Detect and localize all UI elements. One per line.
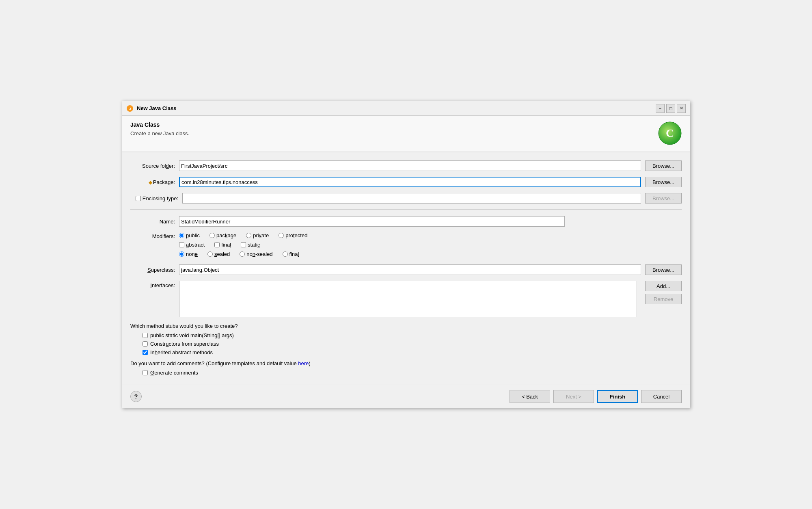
name-row: Name: xyxy=(130,216,682,227)
modifier-final-label: final xyxy=(221,242,231,248)
modifier-none-radio[interactable] xyxy=(179,251,184,257)
name-label: Name: xyxy=(130,219,179,225)
stub-main-checkbox[interactable] xyxy=(143,333,148,338)
generate-comments-label: Generate comments xyxy=(150,370,198,376)
modifier-public-radio[interactable] xyxy=(179,233,184,238)
name-input[interactable] xyxy=(179,216,565,227)
stubs-section: Which method stubs would you like to cre… xyxy=(130,323,682,355)
header-text: Java Class Create a new Java class. xyxy=(130,121,189,136)
package-label-text: ◆Package: xyxy=(149,179,175,185)
finish-button[interactable]: Finish xyxy=(597,390,638,403)
package-label: ◆Package: xyxy=(130,179,179,185)
superclass-label-text: Superclass: xyxy=(147,267,175,273)
stubs-checkboxes: public static void main(String[] args) C… xyxy=(130,332,682,355)
modifier-package[interactable]: package xyxy=(209,232,236,238)
modifier-public-label: public xyxy=(186,232,200,238)
header-area: Java Class Create a new Java class. C xyxy=(122,116,690,152)
comments-here-link[interactable]: here xyxy=(298,360,309,366)
cancel-button[interactable]: Cancel xyxy=(641,390,682,403)
enclosing-type-input[interactable] xyxy=(182,193,641,204)
maximize-button[interactable]: □ xyxy=(666,104,675,113)
stub-inherited-checkbox[interactable] xyxy=(143,350,148,355)
modifier-none[interactable]: none xyxy=(179,251,198,257)
minimize-button[interactable]: − xyxy=(656,104,665,113)
modifiers-label: Modifiers: xyxy=(130,232,179,239)
enclosing-type-checkbox[interactable] xyxy=(136,196,141,201)
modifier-final-checkbox[interactable] xyxy=(214,242,220,247)
access-modifiers-line: public package private protected xyxy=(179,232,682,238)
modifier-nonsealed-radio[interactable] xyxy=(240,251,245,257)
stub-inherited-label: Inherited abstract methods xyxy=(150,349,213,355)
header-heading: Java Class xyxy=(130,121,189,128)
svg-text:C: C xyxy=(666,127,674,139)
modifier-static-checkbox[interactable] xyxy=(241,242,246,247)
modifiers-row: Modifiers: public package private xyxy=(130,232,682,260)
sealed-modifiers-line: none sealed non-sealed final xyxy=(179,251,682,257)
modifier-sealed-label: sealed xyxy=(214,251,230,257)
source-folder-label-text: Source folder: xyxy=(142,163,175,169)
modifier-private-radio[interactable] xyxy=(246,233,251,238)
modifier-private[interactable]: private xyxy=(246,232,269,238)
comments-heading: Do you want to add comments? (Configure … xyxy=(130,360,682,366)
stub-main-method[interactable]: public static void main(String[] args) xyxy=(143,332,682,338)
interfaces-add-button[interactable]: Add... xyxy=(645,281,682,291)
modifier-public[interactable]: public xyxy=(179,232,200,238)
package-row: ◆Package: Browse... xyxy=(130,177,682,187)
modifier-protected-label: protected xyxy=(285,232,307,238)
interfaces-remove-button: Remove xyxy=(645,294,682,304)
modifier-private-label: private xyxy=(253,232,269,238)
close-button[interactable]: ✕ xyxy=(677,104,686,113)
footer-buttons: < Back Next > Finish Cancel xyxy=(510,390,682,403)
modifier-abstract-checkbox[interactable] xyxy=(179,242,184,247)
enclosing-type-row: Enclosing type: Browse... xyxy=(130,193,682,204)
package-browse-button[interactable]: Browse... xyxy=(645,177,682,187)
name-label-text: Name: xyxy=(160,219,175,225)
header-description: Create a new Java class. xyxy=(130,130,189,136)
modifier-sealed[interactable]: sealed xyxy=(207,251,230,257)
help-button[interactable]: ? xyxy=(130,391,142,402)
enclosing-type-browse-button: Browse... xyxy=(645,193,682,204)
back-button[interactable]: < Back xyxy=(510,390,550,403)
interfaces-label-text: Interfaces: xyxy=(150,282,175,288)
dialog-title: New Java Class xyxy=(137,105,177,111)
modifier-final2[interactable]: final xyxy=(283,251,299,257)
java-icon: J xyxy=(126,105,134,112)
other-modifiers-line: abstract final static xyxy=(179,242,682,248)
generate-comments-checkbox[interactable] xyxy=(143,370,148,375)
modifier-protected[interactable]: protected xyxy=(279,232,307,238)
modifier-final2-radio[interactable] xyxy=(283,251,288,257)
enclosing-type-label[interactable]: Enclosing type: xyxy=(143,195,178,201)
stub-inherited[interactable]: Inherited abstract methods xyxy=(143,349,682,355)
interfaces-buttons: Add... Remove xyxy=(641,281,682,304)
interfaces-label: Interfaces: xyxy=(130,281,179,288)
superclass-browse-button[interactable]: Browse... xyxy=(645,264,682,275)
stubs-heading: Which method stubs would you like to cre… xyxy=(130,323,682,329)
source-folder-row: Source folder: Browse... xyxy=(130,160,682,171)
title-bar-controls: − □ ✕ xyxy=(656,104,686,113)
modifier-protected-radio[interactable] xyxy=(279,233,284,238)
comments-checkboxes: Generate comments xyxy=(130,370,682,376)
footer-left: ? xyxy=(130,391,142,402)
new-java-class-dialog: J New Java Class − □ ✕ Java Class Create… xyxy=(122,101,690,408)
modifier-final2-label: final xyxy=(289,251,299,257)
source-folder-input[interactable] xyxy=(179,160,641,171)
package-input[interactable] xyxy=(179,177,641,187)
modifier-nonsealed[interactable]: non-sealed xyxy=(240,251,272,257)
modifier-final-check[interactable]: final xyxy=(214,242,231,248)
title-bar: J New Java Class − □ ✕ xyxy=(122,101,690,116)
modifier-abstract[interactable]: abstract xyxy=(179,242,205,248)
modifier-package-radio[interactable] xyxy=(209,233,215,238)
interfaces-row: Interfaces: Add... Remove xyxy=(130,281,682,317)
generate-comments-item[interactable]: Generate comments xyxy=(143,370,682,376)
source-folder-browse-button[interactable]: Browse... xyxy=(645,160,682,171)
interfaces-textarea[interactable] xyxy=(179,281,637,317)
modifier-sealed-radio[interactable] xyxy=(207,251,213,257)
stub-constructors[interactable]: Constructors from superclass xyxy=(143,341,682,347)
modifier-static[interactable]: static xyxy=(241,242,260,248)
content-area: Source folder: Browse... ◆Package: Brows… xyxy=(122,152,690,385)
stub-constructors-checkbox[interactable] xyxy=(143,341,148,347)
stub-constructors-label: Constructors from superclass xyxy=(150,341,219,347)
modifier-none-label: none xyxy=(186,251,198,257)
superclass-input[interactable] xyxy=(179,264,641,275)
modifiers-group: public package private protected xyxy=(179,232,682,260)
